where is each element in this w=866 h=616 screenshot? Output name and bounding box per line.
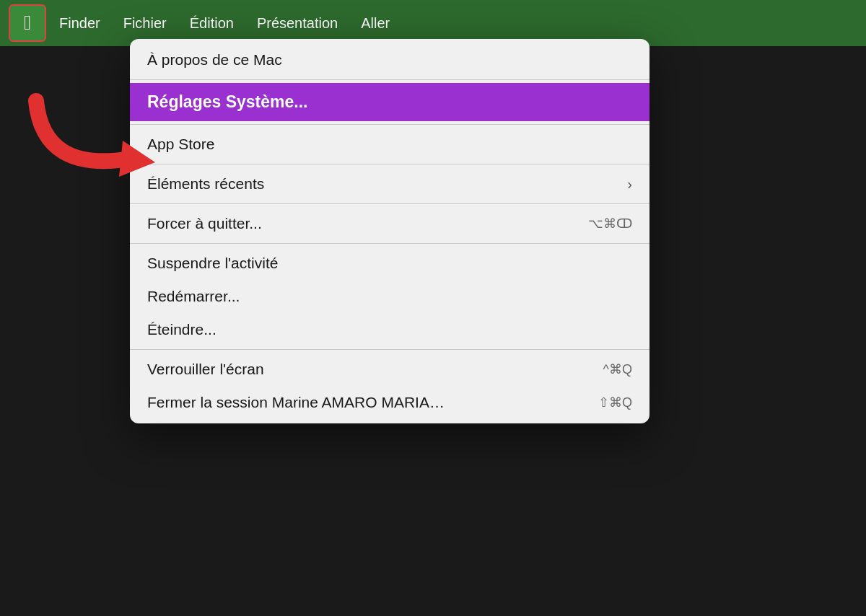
menu-item-eteindre[interactable]: Éteindre...	[130, 313, 650, 346]
menu-item-fermer-session-label: Fermer la session Marine AMARO MARIA…	[147, 394, 445, 411]
svg-marker-0	[119, 141, 155, 177]
menu-item-forcer-quitter-shortcut: ⌥⌘ↀ	[588, 216, 632, 232]
menu-item-redemarrer-label: Redémarrer...	[147, 288, 240, 305]
divider-3	[130, 164, 650, 164]
menubar-aller[interactable]: Aller	[351, 11, 400, 36]
menu-item-fermer-session[interactable]: Fermer la session Marine AMARO MARIA… ⇧⌘…	[130, 386, 650, 419]
red-arrow	[22, 79, 166, 195]
menu-item-verrouiller-shortcut: ^⌘Q	[603, 361, 632, 377]
menu-item-redemarrer[interactable]: Redémarrer...	[130, 280, 650, 313]
menu-item-suspendre[interactable]: Suspendre l'activité	[130, 247, 650, 280]
menubar-edition[interactable]: Édition	[180, 11, 244, 36]
menu-item-forcer-quitter-label: Forcer à quitter...	[147, 215, 262, 232]
menu-item-appstore[interactable]: App Store	[130, 128, 650, 161]
divider-4	[130, 203, 650, 204]
chevron-right-icon: ›	[627, 176, 632, 193]
menu-item-verrouiller-label: Verrouiller l'écran	[147, 361, 264, 378]
menubar-finder[interactable]: Finder	[49, 11, 110, 36]
menu-item-elements-recents[interactable]: Éléments récents ›	[130, 167, 650, 201]
divider-5	[130, 243, 650, 244]
menu-item-reglages[interactable]: Réglages Système...	[130, 83, 650, 121]
divider-1	[130, 79, 650, 80]
apple-logo-icon: 	[24, 13, 31, 33]
apple-dropdown-menu: À propos de ce Mac Réglages Système... A…	[130, 39, 650, 423]
menu-item-verrouiller[interactable]: Verrouiller l'écran ^⌘Q	[130, 353, 650, 386]
divider-6	[130, 349, 650, 350]
menu-item-suspendre-label: Suspendre l'activité	[147, 255, 278, 272]
menu-item-fermer-session-shortcut: ⇧⌘Q	[598, 395, 632, 410]
menu-item-about[interactable]: À propos de ce Mac	[130, 43, 650, 76]
apple-menu-button[interactable]: 	[9, 4, 46, 42]
menu-item-forcer-quitter[interactable]: Forcer à quitter... ⌥⌘ↀ	[130, 207, 650, 240]
menu-item-eteindre-label: Éteindre...	[147, 321, 216, 338]
menu-item-reglages-label: Réglages Système...	[147, 92, 307, 112]
divider-2	[130, 124, 650, 125]
menu-item-about-label: À propos de ce Mac	[147, 51, 282, 69]
menubar-fichier[interactable]: Fichier	[113, 11, 177, 36]
menubar-presentation[interactable]: Présentation	[247, 11, 348, 36]
